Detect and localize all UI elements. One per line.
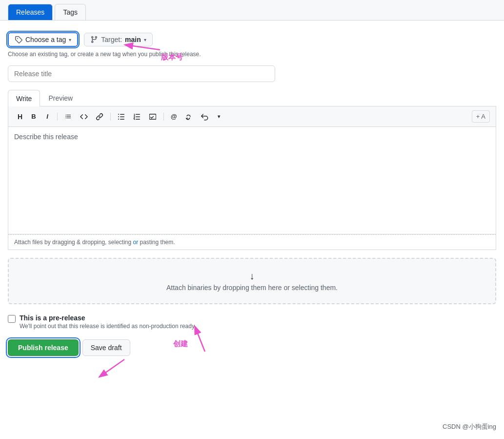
toolbar-code[interactable] (77, 111, 91, 123)
binaries-arrow-icon: ↓ (20, 271, 484, 282)
top-tabs: Releases Tags (0, 0, 504, 21)
tab-write[interactable]: Write (8, 90, 40, 106)
choose-tag-button[interactable]: Choose a tag ▾ (8, 32, 78, 47)
toolbar-task-list[interactable] (146, 111, 160, 123)
tab-preview[interactable]: Preview (40, 90, 81, 106)
publish-release-button[interactable]: Publish release (8, 339, 79, 356)
link-icon (96, 113, 103, 121)
tab-tags[interactable]: Tags (55, 4, 86, 20)
action-buttons: Publish release Save draft (8, 339, 496, 356)
bullet-list-icon (118, 113, 125, 121)
task-list-icon (149, 113, 157, 121)
toolbar-right: + A (472, 110, 490, 123)
csdn-watermark: CSDN @小狗蛋ing (443, 422, 496, 431)
pre-release-section: This is a pre-release We'll point out th… (8, 314, 496, 330)
editor-toolbar: H B I (8, 106, 496, 127)
tag-target-row: Choose a tag ▾ Target: main ▾ (8, 32, 496, 47)
toolbar-divider-2 (110, 113, 111, 121)
tag-icon (15, 36, 22, 43)
target-value: main (125, 36, 141, 43)
toolbar-italic[interactable]: I (41, 111, 53, 122)
attach-text-before: Attach files by dragging & dropping, sel… (14, 239, 131, 246)
page-wrapper: Releases Tags Choose a tag ▾ Target: mai… (0, 0, 504, 439)
choose-tag-caret: ▾ (69, 37, 71, 42)
save-draft-button[interactable]: Save draft (82, 339, 130, 356)
toolbar-list[interactable] (61, 111, 75, 123)
undo-icon (201, 113, 208, 121)
target-label: Target: (101, 36, 122, 43)
release-title-input[interactable] (8, 65, 275, 82)
binaries-text: Attach binaries by dropping them here or… (166, 284, 338, 292)
attach-or-link[interactable]: or (133, 239, 139, 246)
number-list-icon (133, 113, 141, 121)
ref-icon (185, 113, 193, 121)
toolbar-undo[interactable] (198, 111, 211, 123)
toolbar-bold[interactable]: B (28, 111, 40, 122)
toolbar-link[interactable] (93, 111, 106, 123)
pre-release-description: We'll point out that this release is ide… (20, 323, 196, 330)
editor-placeholder: Describe this release (14, 133, 78, 141)
toolbar-mention[interactable]: @ (168, 111, 180, 122)
attach-text-after: pasting them. (140, 239, 175, 246)
attach-files-bar: Attach files by dragging & dropping, sel… (8, 234, 496, 250)
branch-icon (90, 36, 98, 43)
editor-tabs: Write Preview (8, 90, 496, 106)
target-caret: ▾ (144, 37, 146, 42)
toolbar-heading[interactable]: H (14, 111, 26, 123)
main-content: Choose a tag ▾ Target: main ▾ Choose an … (0, 21, 504, 376)
toolbar-divider-1 (57, 113, 58, 121)
helper-text: Choose an existing tag, or create a new … (8, 51, 496, 58)
tab-releases[interactable]: Releases (8, 4, 53, 20)
toolbar-number-list[interactable] (130, 111, 144, 123)
toolbar-bullet-list[interactable] (115, 111, 128, 123)
toolbar-divider-3 (163, 113, 164, 121)
pre-release-label: This is a pre-release (20, 314, 196, 322)
toolbar-ref[interactable] (182, 111, 196, 123)
toolbar-undo-caret[interactable]: ▾ (213, 112, 225, 121)
pre-release-checkbox[interactable] (8, 315, 16, 323)
choose-tag-label: Choose a tag (25, 36, 66, 43)
list-icon (64, 113, 72, 121)
editor-body[interactable]: Describe this release (8, 127, 496, 234)
code-icon (80, 113, 88, 121)
binaries-upload-area[interactable]: ↓ Attach binaries by dropping them here … (8, 258, 496, 304)
target-button[interactable]: Target: main ▾ (84, 33, 153, 46)
toolbar-aa[interactable]: + A (472, 110, 490, 123)
pre-release-content: This is a pre-release We'll point out th… (20, 314, 196, 330)
